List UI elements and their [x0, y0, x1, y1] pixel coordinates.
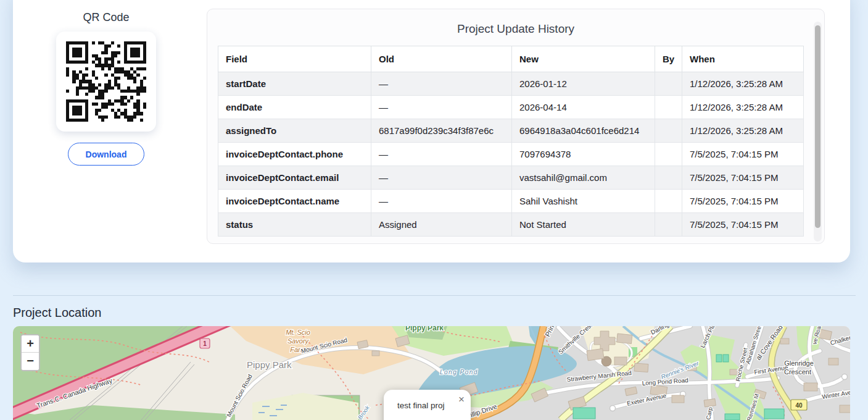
map-label-mt-scio-2: Savory	[287, 337, 310, 345]
history-row: invoiceDeptContact.email — vastsahil@gma…	[218, 166, 804, 190]
qr-code-image	[66, 41, 146, 122]
map-zoom-control: + −	[20, 334, 40, 371]
col-by: By	[655, 46, 682, 72]
map-popup: test final proj ×	[384, 390, 471, 420]
popup-close-icon[interactable]: ×	[458, 394, 465, 405]
history-title: Project Update History	[207, 9, 824, 36]
history-table: Field Old New By When startDate — 2026-0…	[218, 46, 804, 237]
svg-text:1: 1	[203, 340, 207, 347]
table-scrollbar-thumb[interactable]	[815, 25, 820, 228]
location-heading: Project Location	[13, 306, 101, 320]
qr-section: QR Code Download	[56, 11, 156, 166]
history-row: endDate — 2026-04-14 1/12/2026, 3:25:28 …	[218, 96, 804, 119]
map-label-pippy-park-top: Pippy Park	[405, 326, 444, 332]
qr-code-card	[56, 32, 156, 132]
map-label-mt-scio-1: Mt. Scio	[286, 329, 310, 336]
project-detail-card: QR Code Download Project Update History …	[13, 0, 850, 262]
history-panel[interactable]: Project Update History Field Old New By …	[207, 9, 825, 244]
map-popup-text: test final proj	[384, 390, 471, 410]
col-old: Old	[371, 46, 512, 72]
zoom-out-button[interactable]: −	[22, 353, 39, 370]
route-40-shield: 40	[791, 400, 807, 410]
route-1-shield: 1	[200, 338, 210, 348]
col-new: New	[512, 46, 655, 72]
col-when: When	[682, 46, 804, 72]
map-label-long-pond: Long Pond	[440, 369, 478, 376]
history-row: assignedTo 6817a99f0d239c34f3f87e6c 6964…	[218, 119, 804, 143]
map-label-glenridge-2: Crescent	[784, 368, 811, 376]
map-label-glenridge-1: Glenridge	[784, 359, 814, 367]
section-divider	[13, 295, 856, 296]
page: QR Code Download Project Update History …	[0, 0, 868, 420]
header-row: Field Old New By When	[218, 46, 804, 72]
zoom-in-button[interactable]: +	[22, 335, 39, 353]
map-label-pippy-park: Pippy Park	[247, 359, 292, 370]
history-row: invoiceDeptContact.phone — 7097694378 7/…	[218, 143, 804, 166]
project-location-map[interactable]: 1 40 Pippy Park Mt. Scio Savory Farm Pip…	[13, 326, 850, 420]
history-row: startDate — 2026-01-12 1/12/2026, 3:25:2…	[218, 72, 804, 96]
history-row: invoiceDeptContact.name — Sahil Vashisht…	[218, 190, 804, 213]
qr-section-title: QR Code	[56, 11, 156, 24]
svg-text:40: 40	[795, 402, 803, 409]
history-row: status Assigned Not Started 7/5/2025, 7:…	[218, 213, 804, 237]
col-field: Field	[218, 46, 371, 72]
download-button[interactable]: Download	[68, 143, 144, 166]
